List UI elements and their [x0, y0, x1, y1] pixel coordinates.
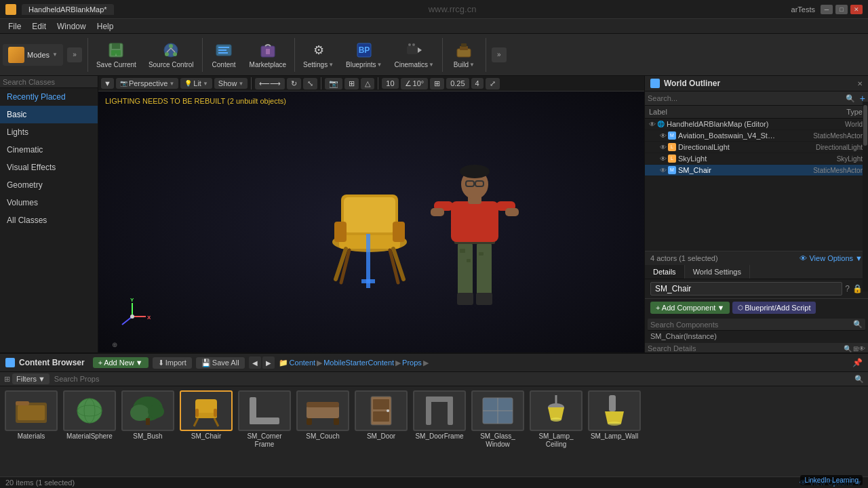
- asset-smcornerframe[interactable]: SM_Corner Frame: [237, 390, 292, 449]
- add-new-button[interactable]: + Add New ▼: [93, 357, 149, 368]
- search-components-input[interactable]: [650, 321, 853, 329]
- asset-smbush[interactable]: SM_Bush: [121, 390, 175, 441]
- world-outliner-search-input[interactable]: [648, 94, 844, 102]
- content-browser-title: Content Browser: [19, 358, 85, 367]
- asset-smdoor[interactable]: SM_Door: [354, 390, 408, 441]
- settings-button[interactable]: ⚙ Settings ▼: [298, 38, 339, 71]
- sidebar-item-recently-placed[interactable]: Recently Placed: [0, 88, 98, 106]
- tab-details[interactable]: Details: [645, 265, 685, 279]
- scene-background: LIGHTING NEEDS TO BE REBUILT (2 unbuilt …: [98, 92, 644, 352]
- terrain-icon-button[interactable]: △: [361, 78, 374, 89]
- breadcrumb-content[interactable]: Content: [290, 359, 316, 367]
- viewport-menu-button[interactable]: ▼: [101, 78, 114, 89]
- component-item[interactable]: SM_Chair(Instance): [645, 331, 868, 342]
- blueprints-button[interactable]: BP Blueprints ▼: [340, 38, 387, 71]
- sidebar-item-all-classes[interactable]: All Classes: [0, 211, 98, 229]
- asset-smlampceil[interactable]: SM_Lamp_ Ceiling: [529, 390, 583, 449]
- asset-smglasswindow[interactable]: SM_Glass_ Window: [471, 390, 525, 449]
- asset-smchair[interactable]: SM_Chair: [179, 390, 233, 441]
- build-button[interactable]: Build ▼: [446, 38, 483, 71]
- svg-point-52: [460, 165, 490, 178]
- viewport-3d[interactable]: LIGHTING NEEDS TO BE REBUILT (2 unbuilt …: [98, 92, 644, 352]
- object-name-input[interactable]: [650, 282, 842, 296]
- project-name: arTests: [791, 5, 815, 14]
- perspective-button[interactable]: 📷 Perspective ▼: [116, 78, 178, 89]
- save-current-button[interactable]: ↓ Save Current: [91, 38, 142, 71]
- menu-file[interactable]: File: [3, 20, 26, 33]
- menu-window[interactable]: Window: [52, 20, 92, 33]
- cb-search-input[interactable]: [54, 375, 852, 383]
- svg-point-20: [408, 43, 411, 46]
- sidebar-item-basic[interactable]: Basic: [0, 106, 98, 123]
- cinematics-button[interactable]: Cinematics ▼: [389, 38, 439, 71]
- build-label: Build: [454, 61, 469, 68]
- actor-mesh-icon-2: L: [668, 143, 676, 151]
- sidebar-item-cinematic[interactable]: Cinematic: [0, 141, 98, 159]
- fov-button[interactable]: 10: [382, 78, 398, 89]
- toolbar-expand-left[interactable]: »: [67, 47, 82, 62]
- svg-rect-28: [344, 197, 395, 232]
- source-control-button[interactable]: Source Control: [143, 38, 199, 71]
- marketplace-button[interactable]: Marketplace: [244, 38, 292, 71]
- asset-materialsphere[interactable]: MaterialSphere: [62, 390, 117, 441]
- actor-row-world[interactable]: 👁 🌐 HandheldARBlankMap (Editor) World: [645, 119, 868, 130]
- blueprint-script-button[interactable]: ⬡ Blueprint/Add Script: [732, 302, 816, 314]
- menu-edit[interactable]: Edit: [26, 20, 52, 33]
- linkedin-learning-badge[interactable]: LinkedIn Learning: [800, 475, 863, 485]
- angle-icon: ∠: [405, 79, 412, 88]
- tab-world-settings[interactable]: World Settings: [685, 265, 750, 279]
- actor-row-boatswain[interactable]: 👁 M Aviation_Boatswain_V4_Static_f Stati…: [645, 130, 868, 142]
- minimize-button[interactable]: ─: [821, 5, 833, 14]
- maximize-viewport-button[interactable]: ⤢: [486, 78, 500, 89]
- world-outliner-close[interactable]: ✕: [857, 80, 863, 87]
- actor-row-dirlight[interactable]: 👁 L DirectionalLight DirectionalLight: [645, 142, 868, 153]
- asset-thumb-smbush: [121, 390, 174, 431]
- sidebar-item-lights[interactable]: Lights: [0, 123, 98, 141]
- add-component-button[interactable]: + Add Component ▼: [650, 302, 730, 314]
- asset-smcouch[interactable]: SM_Couch: [296, 390, 350, 441]
- content-browser-pin[interactable]: 📌: [852, 358, 863, 367]
- asset-thumb-smchair: [180, 390, 233, 431]
- translate-button[interactable]: ⟵⟶: [255, 78, 285, 89]
- details-eye-icon[interactable]: 👁: [859, 345, 865, 352]
- sidebar-item-visual-effects[interactable]: Visual Effects: [0, 159, 98, 176]
- save-all-button[interactable]: 💾 Save All: [196, 357, 245, 369]
- actor-row-skylight[interactable]: 👁 L SkyLight SkyLight: [645, 153, 868, 165]
- asset-smdoorframe[interactable]: SM_DoorFrame: [412, 390, 467, 441]
- show-button[interactable]: Show ▼: [214, 78, 248, 89]
- details-lock-icon[interactable]: 🔒: [852, 284, 863, 293]
- sidebar-item-geometry[interactable]: Geometry: [0, 176, 98, 194]
- asset-materials-folder[interactable]: Materials: [4, 390, 58, 441]
- details-help-icon[interactable]: ?: [845, 284, 850, 293]
- scale-button[interactable]: ⤡: [303, 78, 317, 89]
- grid-icon-button[interactable]: ⊞: [344, 78, 359, 89]
- nav-back-button[interactable]: ◀: [249, 357, 261, 369]
- close-button[interactable]: ✕: [850, 5, 863, 14]
- actor-row-smchair[interactable]: 👁 M SM_Chair StaticMeshActor: [645, 165, 868, 176]
- grid-snap-button[interactable]: ⊞: [430, 78, 444, 89]
- breadcrumb-sep-1: ▶: [317, 359, 322, 367]
- toolbar-expand-right[interactable]: »: [492, 47, 507, 62]
- angle-button[interactable]: ∠ 10°: [401, 78, 429, 89]
- view-options-button[interactable]: 👁 View Options ▼: [800, 254, 863, 262]
- search-details-input[interactable]: [648, 344, 844, 352]
- search-classes-input[interactable]: [3, 78, 96, 86]
- maximize-button[interactable]: □: [835, 5, 848, 14]
- sidebar-item-volumes[interactable]: Volumes: [0, 194, 98, 211]
- breadcrumb-mobile-starter[interactable]: MobileStarterContent: [323, 359, 394, 367]
- import-button[interactable]: ⬇ Import: [153, 357, 192, 369]
- grid-value-button[interactable]: 4: [471, 78, 484, 89]
- scale-value-button[interactable]: 0.25: [446, 78, 469, 89]
- rotate-button[interactable]: ↻: [287, 78, 301, 89]
- asset-smlampwall[interactable]: SM_Lamp_Wall: [587, 390, 642, 441]
- details-view-toggle[interactable]: ⊞: [853, 345, 859, 352]
- app-tab[interactable]: HandheldARBlankMap*: [22, 4, 114, 15]
- nav-forward-button[interactable]: ▶: [262, 357, 275, 369]
- modes-button[interactable]: Modes ▼: [3, 44, 63, 66]
- content-button[interactable]: Content: [205, 38, 243, 71]
- lit-button[interactable]: 💡 Lit ▼: [180, 78, 212, 89]
- menu-help[interactable]: Help: [92, 20, 119, 33]
- filters-button[interactable]: Filters ▼: [12, 373, 50, 384]
- camera-icon-button[interactable]: 📷: [325, 78, 342, 89]
- breadcrumb-props[interactable]: Props: [402, 359, 422, 367]
